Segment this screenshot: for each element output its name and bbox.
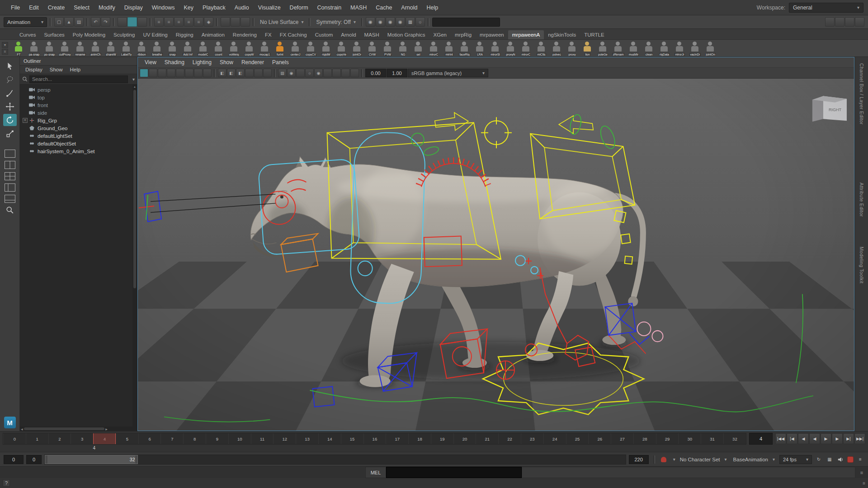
outliner-item-persp[interactable]: persp — [20, 86, 132, 94]
timeline-frame-32[interactable]: 32 — [723, 433, 746, 444]
shelf-item-count[interactable]: count — [211, 41, 226, 56]
select-tool[interactable] — [3, 60, 17, 72]
render-settings-icon[interactable]: ◉ — [396, 17, 405, 27]
grease-pencil-icon[interactable] — [203, 69, 212, 77]
shelf-item-centerj[interactable]: centerJ — [288, 41, 303, 56]
show-channel-box-icon[interactable] — [825, 17, 835, 27]
snap-to-projected-center-icon[interactable]: ⌗ — [184, 17, 193, 27]
shadows-icon[interactable]: ◉ — [314, 69, 323, 77]
shelf-item-copyw[interactable]: copyW — [242, 41, 257, 56]
timeline-frame-14[interactable]: 14 — [318, 433, 341, 444]
rotate-tool[interactable] — [3, 114, 17, 126]
shelf-item-proxyn[interactable]: proxyN — [503, 41, 518, 56]
timeline-frame-9[interactable]: 9 — [206, 433, 228, 444]
menu-visualize[interactable]: Visualize — [254, 5, 285, 11]
command-input[interactable] — [386, 467, 522, 478]
outliner-item-rig-grp[interactable]: +Rig_Grp — [20, 117, 132, 124]
outliner-horizontal-scrollbar[interactable]: ◀ ▶ — [20, 427, 137, 431]
go-to-end-icon[interactable]: ▶▶| — [854, 433, 865, 444]
playback-range-handle[interactable]: 32 — [45, 455, 138, 464]
undo-icon[interactable]: ↶ — [91, 17, 100, 27]
lock-camera-icon[interactable] — [149, 69, 157, 77]
make-live-icon[interactable]: ◈ — [204, 17, 213, 27]
menu-edit[interactable]: Edit — [24, 5, 43, 11]
outliner-item-defaultlightset[interactable]: defaultLightSet — [20, 132, 132, 140]
shelf-item-polege[interactable]: poleGe — [595, 41, 610, 56]
timeline-frame-20[interactable]: 20 — [453, 433, 476, 444]
select-camera-icon[interactable] — [140, 69, 148, 77]
timeline-frame-0[interactable]: 0 — [3, 433, 26, 444]
shelf-item-copyve[interactable]: copyVe — [334, 41, 349, 56]
camera-attributes-icon[interactable] — [158, 69, 166, 77]
grid-toggle-icon[interactable]: ≡ — [863, 481, 865, 486]
right-tab-channel-box-layer-editor[interactable]: Channel Box / Layer Editor — [859, 63, 864, 125]
show-attribute-editor-icon[interactable] — [835, 17, 844, 27]
shelf-tab-xgen[interactable]: XGen — [429, 30, 451, 39]
shelf-options-icon[interactable]: ≡ — [2, 49, 8, 55]
outliner-item-defaultobjectset[interactable]: defaultObjectSet — [20, 140, 132, 147]
timeline-frame-12[interactable]: 12 — [273, 433, 296, 444]
viewport-menu-view[interactable]: View — [141, 59, 160, 66]
shelf-tab-motion-graphics[interactable]: Motion Graphics — [383, 30, 429, 39]
shelf-item-mictls[interactable]: miCtls — [534, 41, 549, 56]
shelf-tab-fx-caching[interactable]: FX Caching — [276, 30, 311, 39]
new-scene-icon[interactable]: ▢ — [54, 17, 64, 27]
play-backwards-icon[interactable]: ◀ — [809, 433, 820, 444]
shelf-tab-turtle[interactable]: TURTLE — [580, 30, 609, 39]
timeline-frame-7[interactable]: 7 — [160, 433, 183, 444]
shelf-tab-mrpaweena[interactable]: mrpaweenA — [508, 30, 544, 39]
field-chart-icon[interactable] — [245, 69, 254, 77]
outliner-item-front[interactable]: front — [20, 101, 132, 109]
menu-display[interactable]: Display — [120, 5, 147, 11]
shelf-tab-poly-modeling[interactable]: Poly Modeling — [69, 30, 109, 39]
wireframe-icon[interactable]: ▧ — [278, 69, 287, 77]
shelf-tab-fx[interactable]: FX — [261, 30, 276, 39]
shelf-item-sel[interactable]: sel — [411, 41, 426, 56]
chevron-down-icon[interactable]: ▾ — [673, 457, 675, 462]
shelf-tab-mrpaween[interactable]: mrpaween — [476, 30, 508, 39]
workspace-selector[interactable]: General ▾ — [789, 3, 863, 13]
construction-history-icon[interactable] — [241, 17, 250, 27]
step-back-key-icon[interactable]: |◀ — [787, 433, 797, 444]
menu-arnold[interactable]: Arnold — [396, 5, 422, 11]
shelf-item-mirorsl[interactable]: mirorSl — [488, 41, 503, 56]
menu-mash[interactable]: MASH — [346, 5, 371, 11]
timeline-frame-24[interactable]: 24 — [543, 433, 566, 444]
shelf-item-lra[interactable]: LRA — [472, 41, 487, 56]
range-slider-track[interactable]: 32 — [44, 455, 626, 465]
shelf-item-ft[interactable]: FT — [11, 41, 26, 56]
redo-icon[interactable]: ↷ — [101, 17, 110, 27]
viewport-menu-show[interactable]: Show — [216, 59, 237, 66]
exposure-field[interactable] — [365, 69, 386, 77]
auto-keyframe-toggle[interactable] — [847, 456, 854, 463]
shelf-item-rigidw[interactable]: rigidW — [319, 41, 334, 56]
timeline-frame-3[interactable]: 3 — [71, 433, 93, 444]
menu-deform[interactable]: Deform — [285, 5, 313, 11]
paint-select-tool[interactable] — [3, 87, 17, 99]
expander-icon[interactable]: + — [23, 118, 28, 123]
resolution-gate-icon[interactable]: ◧ — [218, 69, 226, 77]
eye-target-control[interactable] — [139, 194, 275, 220]
shelf-item-rigdata[interactable]: rigData — [657, 41, 672, 56]
persp-graph-layout[interactable] — [4, 194, 16, 204]
shelf-tab-mash[interactable]: MASH — [360, 30, 383, 39]
timeline-frame-15[interactable]: 15 — [341, 433, 363, 444]
shelf-item-add-inf[interactable]: Add Inf — [180, 41, 195, 56]
timeline-frame-1[interactable]: 1 — [26, 433, 48, 444]
timeline-frame-11[interactable]: 11 — [251, 433, 274, 444]
shelf-item-pa-snap[interactable]: pa-snap — [27, 41, 42, 56]
snap-to-point-icon[interactable]: ⌗ — [174, 17, 184, 27]
command-result-area[interactable] — [522, 467, 855, 478]
shelf-item-musmir[interactable]: musMir — [626, 41, 641, 56]
four-pane-layout[interactable] — [4, 171, 16, 181]
shelf-tab-ngskintools[interactable]: ngSkinTools — [544, 30, 580, 39]
symmetry-selector[interactable]: Symmetry: Off ▾ — [313, 19, 358, 25]
outliner-menu-show[interactable]: Show — [46, 67, 66, 72]
timeline-frame-25[interactable]: 25 — [566, 433, 589, 444]
menu-file[interactable]: File — [6, 5, 24, 11]
menu-select[interactable]: Select — [69, 5, 94, 11]
menu-modify[interactable]: Modify — [94, 5, 120, 11]
time-slider-track[interactable]: 0123456789101112131415161718192021222324… — [3, 433, 746, 445]
timeline-frame-28[interactable]: 28 — [633, 433, 656, 444]
animation-start-field[interactable] — [4, 455, 24, 464]
